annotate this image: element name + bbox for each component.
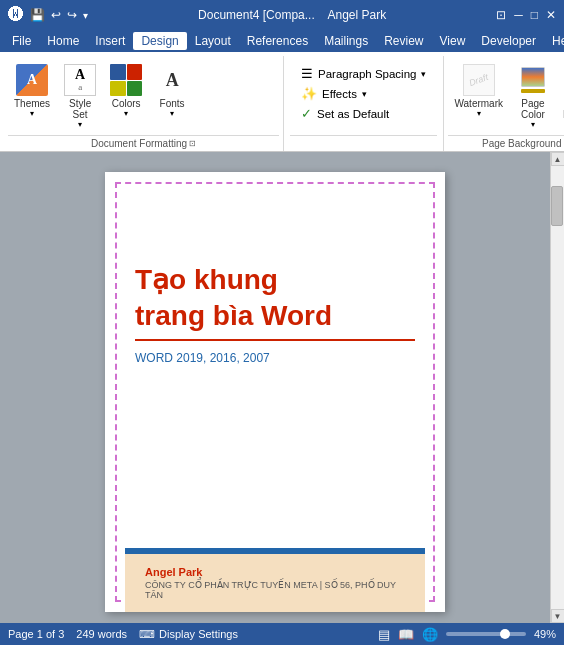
colors-button[interactable]: Colors ▾ [104, 60, 148, 122]
formatting-commands: ☰ Paragraph Spacing ▾ ✨ Effects ▾ ✓ Set … [290, 60, 437, 127]
page-bg-label: Page Background ⊡ [448, 135, 564, 151]
fonts-button[interactable]: A Fonts ▾ [150, 60, 194, 122]
ribbon-toggle-icon[interactable]: ⊡ [496, 8, 506, 22]
style-set-button[interactable]: A a Style Set ▾ [58, 60, 102, 133]
content-area: Tạo khung trang bìa Word WORD 2019, 2016… [0, 152, 564, 623]
doc-format-label: Document Formatting ⊡ [8, 135, 279, 151]
word-count: 249 words [76, 628, 127, 640]
doc-footer-name: Angel Park [145, 566, 405, 578]
page-color-button[interactable]: PageColor ▾ [511, 60, 555, 133]
doc-footer-area: Angel Park CÔNG TY CỔ PHẦN TRỰC TUYẾN ME… [105, 548, 445, 612]
app-icon: 🅦 [8, 6, 24, 24]
menu-mailings[interactable]: Mailings [316, 32, 376, 50]
watermark-label: Watermark [454, 98, 503, 109]
colors-icon [110, 64, 142, 96]
fonts-arrow: ▾ [170, 109, 174, 118]
fonts-label: Fonts [160, 98, 185, 109]
colors-arrow: ▾ [124, 109, 128, 118]
style-set-icon: A a [64, 64, 96, 96]
effects-label: Effects [322, 88, 357, 100]
status-right: ▤ 📖 🌐 49% [378, 627, 556, 642]
watermark-arrow: ▾ [477, 109, 481, 118]
page-bg-buttons: Draft Watermark ▾ PageColor ▾ [448, 58, 564, 135]
colors-label: Colors [112, 98, 141, 109]
page-background-group: Draft Watermark ▾ PageColor ▾ [444, 56, 564, 151]
menu-review[interactable]: Review [376, 32, 431, 50]
doc-title-underline [135, 339, 415, 341]
themes-icon: A [16, 64, 48, 96]
vertical-scrollbar: ▲ ▼ [550, 152, 564, 623]
title-bar: 🅦 💾 ↩ ↪ ▾ Document4 [Compa... Angel Park… [0, 0, 564, 30]
menu-insert[interactable]: Insert [87, 32, 133, 50]
display-settings[interactable]: ⌨ Display Settings [139, 628, 238, 641]
ribbon: A Themes ▾ A a Style Set ▾ [0, 52, 564, 152]
save-icon[interactable]: 💾 [30, 8, 45, 22]
doc-format-buttons: A Themes ▾ A a Style Set ▾ [8, 58, 279, 135]
view-read-icon[interactable]: 📖 [398, 627, 414, 642]
redo-icon[interactable]: ↪ [67, 8, 77, 22]
doc-title[interactable]: Tạo khung trang bìa Word [135, 262, 415, 335]
page-info: Page 1 of 3 [8, 628, 64, 640]
doc-format-sublabel [290, 135, 437, 151]
title-bar-title: Document4 [Compa... Angel Park [88, 8, 496, 22]
doc-container[interactable]: Tạo khung trang bìa Word WORD 2019, 2016… [0, 152, 550, 623]
doc-format-expand[interactable]: ⊡ [189, 139, 196, 148]
view-normal-icon[interactable]: ▤ [378, 627, 390, 642]
page-color-arrow: ▾ [531, 120, 535, 129]
doc-subtitle: WORD 2019, 2016, 2007 [135, 351, 415, 365]
scroll-thumb[interactable] [551, 186, 563, 226]
menu-bar: File Home Insert Design Layout Reference… [0, 30, 564, 52]
menu-developer[interactable]: Developer [473, 32, 544, 50]
check-icon: ✓ [301, 106, 312, 121]
menu-view[interactable]: View [432, 32, 474, 50]
menu-references[interactable]: References [239, 32, 316, 50]
menu-file[interactable]: File [4, 32, 39, 50]
themes-button[interactable]: A Themes ▾ [8, 60, 56, 122]
document-formatting-group: A Themes ▾ A a Style Set ▾ [4, 56, 284, 151]
maximize-button[interactable]: □ [531, 8, 538, 22]
paragraph-spacing-icon: ☰ [301, 66, 313, 81]
set-as-default-button[interactable]: ✓ Set as Default [296, 104, 431, 123]
menu-layout[interactable]: Layout [187, 32, 239, 50]
zoom-thumb [500, 629, 510, 639]
effects-icon: ✨ [301, 86, 317, 101]
doc-footer-company: CÔNG TY CỔ PHẦN TRỰC TUYẾN META | SỐ 56,… [145, 580, 405, 600]
scroll-track[interactable] [551, 166, 564, 609]
doc-content: Tạo khung trang bìa Word WORD 2019, 2016… [105, 172, 445, 385]
watermark-icon: Draft [463, 64, 495, 96]
themes-arrow: ▾ [30, 109, 34, 118]
minimize-button[interactable]: ─ [514, 8, 523, 22]
themes-label: Themes [14, 98, 50, 109]
status-bar: Page 1 of 3 249 words ⌨ Display Settings… [0, 623, 564, 645]
scroll-up-button[interactable]: ▲ [551, 152, 565, 166]
page-color-icon [517, 64, 549, 96]
scroll-down-button[interactable]: ▼ [551, 609, 565, 623]
effects-arrow: ▾ [362, 89, 367, 99]
paragraph-spacing-button[interactable]: ☰ Paragraph Spacing ▾ [296, 64, 431, 83]
paragraph-spacing-label: Paragraph Spacing [318, 68, 416, 80]
menu-home[interactable]: Home [39, 32, 87, 50]
view-web-icon[interactable]: 🌐 [422, 627, 438, 642]
fonts-icon: A [156, 64, 188, 96]
paragraph-spacing-arrow: ▾ [421, 69, 426, 79]
page-borders-button[interactable]: PageBorders [557, 60, 564, 124]
title-bar-left: 🅦 💾 ↩ ↪ ▾ [8, 6, 88, 24]
style-set-label: Style Set [69, 98, 91, 120]
close-button[interactable]: ✕ [546, 8, 556, 22]
title-bar-controls: ⊡ ─ □ ✕ [496, 8, 556, 22]
style-set-arrow: ▾ [78, 120, 82, 129]
menu-help[interactable]: Help [544, 32, 564, 50]
set-as-default-label: Set as Default [317, 108, 389, 120]
doc-page: Tạo khung trang bìa Word WORD 2019, 2016… [105, 172, 445, 612]
display-settings-icon: ⌨ [139, 628, 155, 641]
app-window: 🅦 💾 ↩ ↪ ▾ Document4 [Compa... Angel Park… [0, 0, 564, 645]
effects-button[interactable]: ✨ Effects ▾ [296, 84, 431, 103]
zoom-slider[interactable] [446, 632, 526, 636]
doc-footer-box: Angel Park CÔNG TY CỔ PHẦN TRỰC TUYẾN ME… [125, 554, 425, 612]
ribbon-row: A Themes ▾ A a Style Set ▾ [4, 56, 560, 151]
menu-design[interactable]: Design [133, 32, 186, 50]
undo-icon[interactable]: ↩ [51, 8, 61, 22]
watermark-button[interactable]: Draft Watermark ▾ [448, 60, 509, 122]
zoom-percent[interactable]: 49% [534, 628, 556, 640]
page-color-label: PageColor [521, 98, 545, 120]
